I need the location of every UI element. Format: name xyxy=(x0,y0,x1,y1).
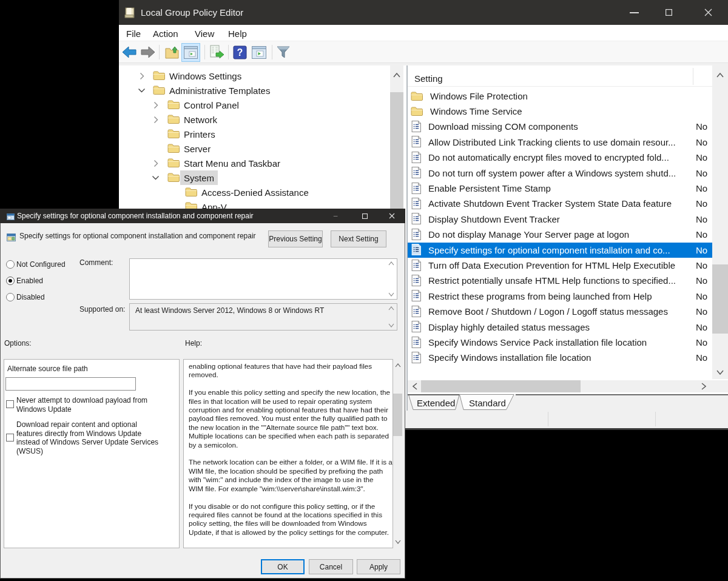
svg-text:?: ? xyxy=(237,47,243,58)
